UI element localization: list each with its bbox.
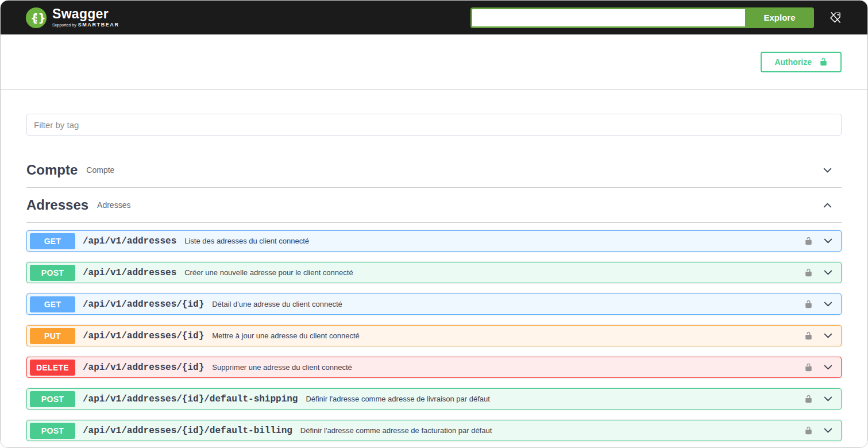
operation-controls [804, 393, 834, 405]
operation-path: /api/v1/addresses/{id} [83, 299, 204, 310]
operation-controls [804, 298, 834, 310]
operation-summary: Mettre à jour une adresse du client conn… [212, 331, 360, 340]
method-badge: PUT [30, 328, 75, 344]
operation-row[interactable]: POST /api/v1/addresses/{id}/default-ship… [26, 388, 842, 410]
section-header[interactable]: Compte Compte [26, 153, 842, 188]
padlock-icon[interactable] [804, 426, 813, 435]
padlock-icon[interactable] [804, 363, 813, 372]
operations-area: Compte Compte Adresses Adresses GET /api… [1, 90, 867, 447]
operation-info: POST /api/v1/addresses/{id}/default-bill… [30, 423, 492, 439]
padlock-icon[interactable] [804, 268, 813, 277]
brand-subtitle: Supported by SMARTBEAR [52, 22, 119, 28]
operation-info: GET /api/v1/addresses Liste des adresses… [30, 233, 309, 249]
chevron-down-icon[interactable] [822, 361, 834, 373]
topbar-right: Explore [470, 7, 842, 28]
method-badge: POST [30, 265, 75, 281]
operation-summary: Définir l'adresse comme adresse de factu… [300, 426, 492, 435]
operation-info: PUT /api/v1/addresses/{id} Mettre à jour… [30, 328, 360, 344]
filter-input[interactable] [26, 114, 842, 136]
operation-row[interactable]: POST /api/v1/addresses Créer une nouvell… [26, 262, 842, 283]
topbar: { } Swagger Supported by SMARTBEAR Explo… [1, 1, 867, 34]
supported-by-label: Supported by [52, 23, 76, 27]
operation-info: DELETE /api/v1/addresses/{id} Supprimer … [30, 360, 352, 376]
padlock-icon[interactable] [804, 331, 813, 340]
chevron-down-icon[interactable] [822, 393, 834, 405]
operation-path: /api/v1/addresses/{id}/default-billing [83, 426, 292, 436]
svg-text:{: { [30, 11, 38, 24]
operation-summary: Supprimer une adresse du client connecté [212, 363, 352, 372]
operation-summary: Définir l'adresse comme adresse de livra… [306, 395, 489, 403]
operations-list: GET /api/v1/addresses Liste des adresses… [26, 223, 842, 441]
unlock-icon [819, 57, 828, 66]
operation-info: POST /api/v1/addresses Créer une nouvell… [30, 265, 353, 281]
section-description: Compte [86, 165, 114, 175]
method-badge: DELETE [30, 360, 75, 376]
operation-row[interactable]: DELETE /api/v1/addresses/{id} Supprimer … [26, 357, 842, 378]
chevron-down-icon[interactable] [822, 298, 834, 310]
chevron-down-icon[interactable] [822, 424, 834, 437]
method-badge: GET [30, 233, 75, 249]
operation-controls [804, 424, 834, 437]
spec-url-input[interactable] [470, 7, 745, 28]
sections-container: Compte Compte Adresses Adresses GET /api… [26, 153, 842, 441]
section-title: Compte [26, 162, 78, 178]
svg-text:}: } [38, 11, 46, 24]
swagger-logo-icon: { } [25, 7, 47, 29]
operation-summary: Créer une nouvelle adresse pour le clien… [184, 268, 353, 277]
chevron-down-icon[interactable] [821, 164, 834, 176]
chevron-down-icon[interactable] [821, 199, 834, 211]
operation-summary: Détail d'une adresse du client connecté [212, 300, 342, 308]
operation-row[interactable]: POST /api/v1/addresses/{id}/default-bill… [26, 420, 842, 441]
padlock-icon[interactable] [804, 237, 813, 245]
chevron-down-icon[interactable] [822, 267, 834, 279]
brand-name: Swagger [52, 7, 119, 21]
brand-text: Swagger Supported by SMARTBEAR [52, 7, 119, 28]
method-badge: POST [30, 391, 75, 407]
tag-section: Compte Compte [26, 153, 842, 188]
section-description: Adresses [97, 200, 130, 210]
chevron-down-icon[interactable] [822, 235, 834, 247]
authorize-label: Authorize [774, 57, 812, 67]
operation-path: /api/v1/addresses/{id} [83, 331, 204, 341]
section-header[interactable]: Adresses Adresses [26, 188, 842, 223]
explore-button[interactable]: Explore [745, 7, 814, 28]
operation-row[interactable]: GET /api/v1/addresses Liste des adresses… [26, 230, 842, 252]
url-input-group: Explore [470, 7, 814, 28]
operation-path: /api/v1/addresses/{id}/default-shipping [83, 394, 298, 404]
tag-section: Adresses Adresses GET /api/v1/addresses … [26, 188, 842, 441]
swagger-ui-page: { } Swagger Supported by SMARTBEAR Explo… [0, 0, 868, 448]
method-badge: POST [30, 423, 75, 439]
section-titles: Adresses Adresses [26, 197, 130, 213]
method-badge: GET [30, 296, 75, 312]
smartbear-label: SMARTBEAR [78, 22, 119, 28]
operation-controls [804, 267, 834, 279]
padlock-icon[interactable] [804, 300, 813, 308]
operation-controls [804, 361, 834, 373]
operation-path: /api/v1/addresses [83, 236, 176, 246]
operation-summary: Liste des adresses du client connecté [184, 237, 309, 245]
operation-controls [804, 235, 834, 247]
operation-row[interactable]: GET /api/v1/addresses/{id} Détail d'une … [26, 293, 842, 315]
scheme-container: Authorize [1, 34, 867, 90]
section-titles: Compte Compte [26, 162, 114, 178]
swagger-brand-link[interactable]: { } Swagger Supported by SMARTBEAR [25, 7, 119, 29]
operation-path: /api/v1/addresses [83, 268, 176, 278]
padlock-icon[interactable] [804, 395, 813, 403]
section-title: Adresses [26, 197, 88, 213]
operation-controls [804, 330, 834, 342]
operation-row[interactable]: PUT /api/v1/addresses/{id} Mettre à jour… [26, 325, 842, 346]
operation-info: GET /api/v1/addresses/{id} Détail d'une … [30, 296, 342, 312]
operation-path: /api/v1/addresses/{id} [83, 362, 204, 373]
chevron-down-icon[interactable] [822, 330, 834, 342]
tag-off-icon[interactable] [829, 11, 842, 24]
operation-info: POST /api/v1/addresses/{id}/default-ship… [30, 391, 490, 407]
authorize-button[interactable]: Authorize [761, 52, 842, 72]
